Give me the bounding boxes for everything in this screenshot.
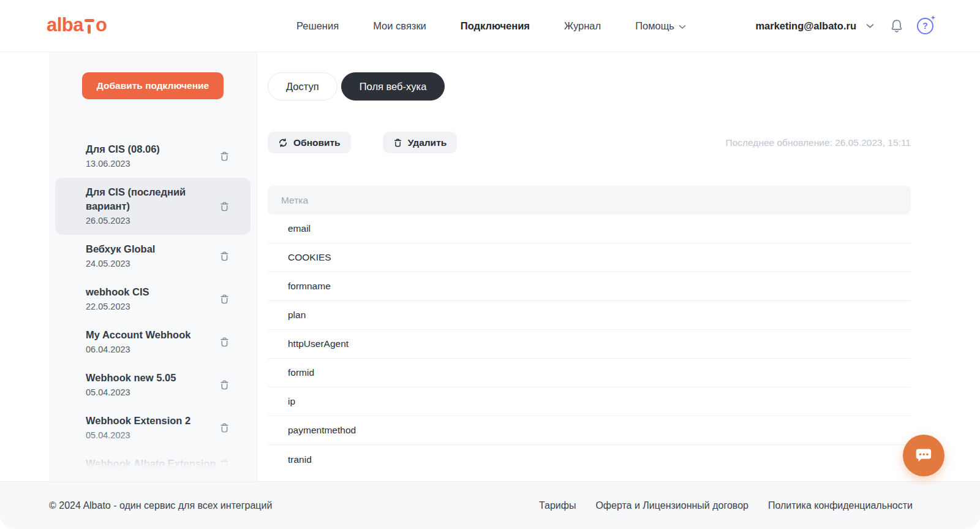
table-row[interactable]: formname [268,272,911,301]
connection-title: My Account Webhook [86,328,226,342]
field-label: tranid [288,454,312,465]
question-glyph: ? [922,21,928,31]
connection-item[interactable]: Для CIS (08.06) 13.06.2023 [55,135,251,178]
field-label: formname [288,281,331,292]
chat-widget-button[interactable] [903,435,944,476]
connection-date: 24.05.2023 [86,257,226,270]
footer-links: Тарифы Оферта и Лицензионный договор Пол… [539,500,913,511]
connection-item[interactable]: webhook CIS 22.05.2023 [55,278,251,321]
chat-bubble-icon [913,444,935,466]
sparkle-glyph: ✦ [930,15,935,21]
column-header-label: Метка [281,195,308,206]
content-row: Добавить подключение Для CIS (08.06) 13.… [0,52,980,481]
table-row[interactable]: plan [268,301,911,330]
connection-item[interactable]: My Account Webhook 06.04.2023 [55,321,251,363]
connection-title: Webhook Albato Extension [86,457,226,471]
nav-item-solutions[interactable]: Решения [296,20,339,32]
connection-item-selected[interactable]: Для CIS (последний вариант) 26.05.2023 [55,178,251,235]
connection-date: 05.04.2023 [86,386,226,399]
refresh-button[interactable]: Обновить [268,132,351,153]
connection-item[interactable]: Webhook Albato Extension [55,449,251,478]
nav-item-journal[interactable]: Журнал [564,20,601,32]
trash-icon[interactable] [219,379,230,390]
field-label: ip [288,396,295,407]
copyright-text: © 2024 Albato - один сервис для всех инт… [49,500,272,511]
connection-date: 06.04.2023 [86,343,226,356]
last-update-text: Последнее обновление: 26.05.2023, 15:11 [726,137,911,148]
logo-t-glyph [85,16,94,34]
connection-title: Webhook new 5.05 [86,371,226,385]
account-area: marketing@albato.ru ? ✦ [755,0,933,51]
footer-link-tariffs[interactable]: Тарифы [539,500,576,511]
add-connection-button[interactable]: Добавить подключение [82,72,224,99]
connection-title: Для CIS (08.06) [86,142,226,156]
refresh-button-label: Обновить [293,137,341,148]
nav-label: Мои связки [373,20,426,32]
top-bar: albao Решения Мои связки Подключения Жур… [0,0,980,52]
delete-button-label: Удалить [408,137,447,148]
trash-icon[interactable] [219,251,230,262]
main-nav: Решения Мои связки Подключения Журнал По… [296,0,686,51]
nav-label: Решения [296,20,339,32]
trash-icon[interactable] [219,201,230,212]
field-label: paymentmethod [288,425,356,436]
connection-date: 22.05.2023 [86,300,226,313]
field-label: plan [288,310,306,321]
trash-icon[interactable] [219,459,230,470]
chevron-down-icon[interactable] [866,20,874,31]
albato-logo[interactable]: albao [47,16,107,34]
logo-text-right: o [96,16,107,34]
detail-tabs: Доступ Поля веб-хука [268,72,911,101]
footer-link-offer[interactable]: Оферта и Лицензионный договор [595,500,748,511]
connection-item[interactable]: Webhook new 5.05 05.04.2023 [55,363,251,406]
connection-item[interactable]: Webhook Extension 2 05.04.2023 [55,406,251,449]
connection-title: Webhook Extension 2 [86,414,226,428]
connection-date: 26.05.2023 [86,215,226,227]
table-header-row: Метка [268,186,911,215]
nav-label: Подключения [461,20,530,32]
nav-item-help[interactable]: Помощь [635,20,686,32]
refresh-icon [278,138,288,148]
connection-title: webhook CIS [86,285,226,299]
tab-access[interactable]: Доступ [268,72,337,101]
connections-sidebar: Добавить подключение Для CIS (08.06) 13.… [49,52,257,481]
account-email[interactable]: marketing@albato.ru [755,20,856,32]
bell-icon[interactable] [890,18,903,33]
field-label: formid [288,367,314,378]
table-row[interactable]: ip [268,387,911,416]
nav-label: Журнал [564,20,601,32]
tab-webhook-fields[interactable]: Поля веб-хука [341,72,445,101]
page: albao Решения Мои связки Подключения Жур… [0,0,980,529]
table-row[interactable]: formid [268,359,911,387]
footer: © 2024 Albato - один сервис для всех инт… [0,481,980,529]
table-row[interactable]: httpUserAgent [268,330,911,359]
webhook-detail-panel: Доступ Поля веб-хука [257,52,980,481]
connection-title: Для CIS (последний вариант) [86,185,226,213]
nav-item-my-bundles[interactable]: Мои связки [373,20,426,32]
webhook-fields-table: Метка email COOKIES formname plan httpUs… [268,186,911,474]
connection-date: 05.04.2023 [86,429,226,442]
trash-icon[interactable] [219,422,230,433]
nav-item-connections[interactable]: Подключения [461,20,530,32]
field-label: COOKIES [288,252,331,263]
chevron-down-icon [679,20,686,32]
logo-text-left: alba [47,16,83,34]
connection-title: Вебхук Global [86,242,226,256]
actions-row: Обновить Удалить Последнее обновление: 2… [268,132,911,153]
trash-icon[interactable] [219,294,230,305]
table-row[interactable]: tranid [268,445,911,474]
delete-button[interactable]: Удалить [383,132,458,153]
connection-item[interactable]: Вебхук Global 24.05.2023 [55,235,251,278]
table-row[interactable]: COOKIES [268,243,911,272]
table-row[interactable]: paymentmethod [268,416,911,445]
trash-icon[interactable] [219,337,230,348]
trash-icon[interactable] [219,151,230,162]
table-row[interactable]: email [268,215,911,243]
field-label: httpUserAgent [288,338,349,349]
nav-label: Помощь [635,20,674,32]
trash-icon [393,138,402,148]
field-label: email [288,223,311,234]
connections-list: Для CIS (08.06) 13.06.2023 Для CIS (посл… [49,135,257,478]
footer-link-privacy[interactable]: Политика конфиденциальности [768,500,913,511]
question-sparkle-icon[interactable]: ? ✦ [917,18,933,34]
